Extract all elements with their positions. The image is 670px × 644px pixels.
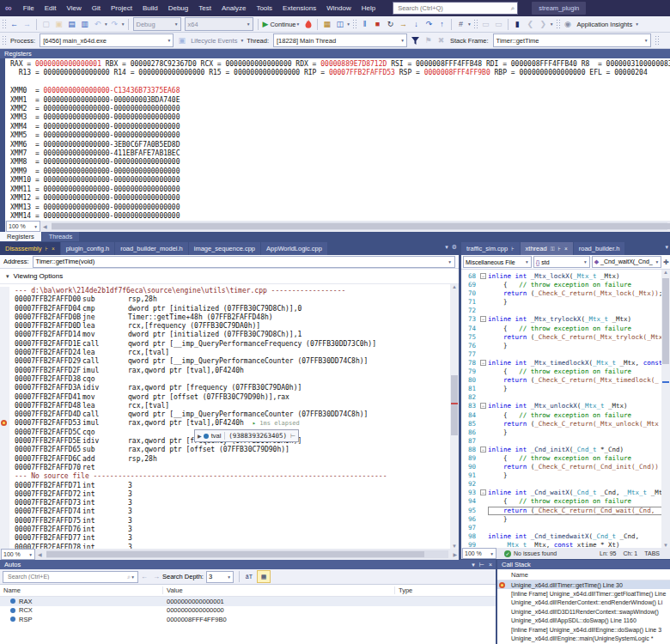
call-stack-header[interactable]: Name xyxy=(497,569,670,580)
tab-traffic-sim-cpp[interactable]: traffic_sim.cpp⊦ xyxy=(461,242,520,255)
code-line-73[interactable]: 73−inline int _Mtx_trylockX(_Mtx_t _Mtx) xyxy=(461,315,670,324)
menu-item-edit[interactable]: Edit xyxy=(40,0,62,16)
fold-margin[interactable] xyxy=(478,463,488,471)
fold-margin[interactable] xyxy=(478,411,488,420)
fold-margin[interactable] xyxy=(478,454,488,463)
tab-disassembly[interactable]: Disassembly⊦× xyxy=(0,242,60,255)
disassembly-line[interactable]: 00007FFB2FAFFD4Dcallqword ptr [__imp_Que… xyxy=(0,410,459,419)
dropdown-arrow-icon[interactable]: ▾ xyxy=(468,21,471,27)
fold-margin[interactable] xyxy=(478,333,488,342)
disassembly-line[interactable]: 00007FFB2FAFFD14movdword ptr [initialize… xyxy=(0,331,459,339)
breakpoint-margin[interactable] xyxy=(0,507,9,516)
scroll-down-icon[interactable]: ▼ xyxy=(450,544,459,549)
column-type[interactable]: Type xyxy=(395,586,496,594)
collapse-icon[interactable]: − xyxy=(480,447,486,453)
step-out-icon[interactable]: ↑ xyxy=(436,18,448,31)
collapse-icon[interactable]: − xyxy=(480,489,486,495)
step-into-icon[interactable]: ↓ xyxy=(411,18,422,31)
stack-frame-dropdown[interactable]: Timer::getTime▾ xyxy=(493,33,651,47)
perftip-label[interactable]: ▸ 1ms elapsed xyxy=(253,419,300,428)
disassembly-hscrollbar[interactable] xyxy=(46,550,449,558)
scroll-up-icon[interactable]: ▲ xyxy=(661,270,670,275)
fold-margin[interactable] xyxy=(478,368,488,376)
fold-margin[interactable] xyxy=(478,480,488,489)
autos-row-rax[interactable]: RAX0000000000000001 xyxy=(0,597,496,606)
solution-platform-dropdown[interactable]: x64▾ xyxy=(185,17,253,31)
toolbar-grip[interactable] xyxy=(2,35,6,46)
search-depth-dropdown[interactable]: 3▾ xyxy=(206,571,234,583)
hot-reload-icon[interactable] xyxy=(302,18,314,31)
breakpoint-margin[interactable] xyxy=(0,340,9,349)
disassembly-line[interactable]: 00007FFB2FAFFD65subrax,qword ptr [offset… xyxy=(0,446,459,454)
dropdown-arrow-icon[interactable]: ▾ xyxy=(241,38,243,43)
datatip-tval[interactable]: ▶ tval (9388393263405) ⊢ xyxy=(194,429,299,442)
search-back-icon[interactable]: ← xyxy=(141,573,148,580)
menu-item-project[interactable]: Project xyxy=(106,0,137,16)
code-line-90[interactable]: 90 return (_Check_C_return(_Cnd_init(_Cn… xyxy=(461,463,670,471)
fold-margin[interactable] xyxy=(478,376,488,385)
code-line-96[interactable]: 96 } xyxy=(461,515,670,524)
pin-icon[interactable]: ⊦ xyxy=(46,242,48,255)
project-dropdown[interactable]: Miscellaneous File▾ xyxy=(463,256,532,268)
code-line-88[interactable]: 88−inline int _Cnd_initX(_Cnd_t *_Cnd) xyxy=(461,446,670,454)
breakpoint-margin[interactable] xyxy=(0,437,9,446)
breakpoint-margin[interactable] xyxy=(0,499,9,507)
disassembly-line[interactable]: 00007FFB2FAFFD48learcx,[tval] xyxy=(0,402,459,410)
breakpoint-margin[interactable] xyxy=(0,526,9,534)
code-line-83[interactable]: 83−inline int _Mtx_unlockX(_Mtx_t _Mtx) xyxy=(461,402,670,410)
code-line-86[interactable]: 86 } xyxy=(461,428,670,437)
address-combo[interactable]: Timer::getTime(void)▾ xyxy=(33,256,455,268)
fold-margin[interactable]: − xyxy=(478,272,488,281)
code-line-97[interactable]: 97 xyxy=(461,524,670,532)
menu-item-help[interactable]: Help xyxy=(356,0,381,16)
source-code[interactable]: ▲ ▼ 68−inline int _Mtx_lockX(_Mtx_t _Mtx… xyxy=(461,270,670,548)
toolbar-grip[interactable] xyxy=(473,19,478,29)
disassembly-line[interactable]: 00007FFB2FAFFD0BjneTimer::getTime+48h (0… xyxy=(0,313,459,322)
registers-hscrollbar[interactable] xyxy=(52,222,667,230)
fold-margin[interactable]: − xyxy=(478,446,488,454)
fold-margin[interactable] xyxy=(478,325,488,333)
scroll-left-icon[interactable]: ◀ xyxy=(36,551,44,557)
fold-margin[interactable] xyxy=(478,541,488,548)
disassembly-line[interactable]: 00007FFB2FAFFD70ret xyxy=(0,464,459,472)
dropdown-arrow-icon[interactable]: ▾ xyxy=(636,21,638,27)
break-all-icon[interactable]: ‖ xyxy=(359,18,370,31)
toolbar-grip[interactable] xyxy=(655,35,659,46)
diagnostic-tools-icon[interactable]: ◫ xyxy=(334,18,345,31)
collapse-icon[interactable]: − xyxy=(480,316,486,322)
fold-margin[interactable] xyxy=(478,524,488,532)
split-window-icon[interactable]: ✚ xyxy=(663,258,669,266)
disassembly-vscrollbar[interactable]: ▲ ▼ xyxy=(450,284,459,549)
disassembly-line[interactable]: --- d:\ba\work\214de2b1df7f6eca\source\e… xyxy=(0,287,459,295)
call-stack-frame-2[interactable]: Unigine_x64d.dll!RenderContext::endRende… xyxy=(497,598,670,607)
filter-threads-icon[interactable] xyxy=(410,34,421,47)
toolbar-grip[interactable] xyxy=(2,19,6,29)
code-line-94[interactable]: 94 { // throw exception on failure xyxy=(461,497,670,506)
scroll-left-icon[interactable]: ◀ xyxy=(41,223,49,229)
menu-item-extensions[interactable]: Extensions xyxy=(277,0,321,16)
code-line-75[interactable]: 75 return (_Check_C_return(_Mtx_trylock(… xyxy=(461,333,670,342)
code-line-95[interactable]: 95 return (_Check_C_return(_Cnd_wait(_Cn… xyxy=(461,507,670,515)
breakpoint-margin[interactable] xyxy=(0,410,9,419)
hex-display-icon[interactable]: ▦ xyxy=(257,570,271,583)
scroll-up-icon[interactable]: ▲ xyxy=(450,284,459,289)
call-stack-frame-5[interactable]: [Inline Frame] Unigine_x64d.dll!Engine::… xyxy=(497,625,670,634)
code-line-76[interactable]: 76 } xyxy=(461,342,670,350)
search-input[interactable] xyxy=(396,3,511,13)
thread-dropdown[interactable]: [18228] Main Thread▾ xyxy=(273,33,407,47)
code-line-77[interactable]: 77 xyxy=(461,350,670,359)
fold-margin[interactable] xyxy=(478,437,488,446)
breakpoint-margin[interactable] xyxy=(0,375,9,384)
tab-xthread[interactable]: xthread⚿⊦× xyxy=(521,242,573,255)
autos-row-rsp[interactable]: RSP0000008FFF4FF9B0 xyxy=(0,615,496,624)
fold-margin[interactable] xyxy=(478,350,488,359)
show-next-statement-icon[interactable]: → xyxy=(398,18,409,31)
fold-margin[interactable]: − xyxy=(478,315,488,324)
breakpoint-margin[interactable] xyxy=(0,402,9,410)
pin-icon[interactable]: ⊢ xyxy=(290,433,295,440)
code-line-80[interactable]: 80 return (_Check_C_return(_Mtx_timedloc… xyxy=(461,376,670,385)
fold-margin[interactable] xyxy=(478,385,488,393)
tool-tab-registers[interactable]: Registers xyxy=(0,232,41,241)
pin-icon[interactable]: ⊢ xyxy=(479,560,484,569)
call-stack-frame-4[interactable]: Unigine_x64d.dll!AppSDL::doSwap() Line 1… xyxy=(497,617,670,625)
